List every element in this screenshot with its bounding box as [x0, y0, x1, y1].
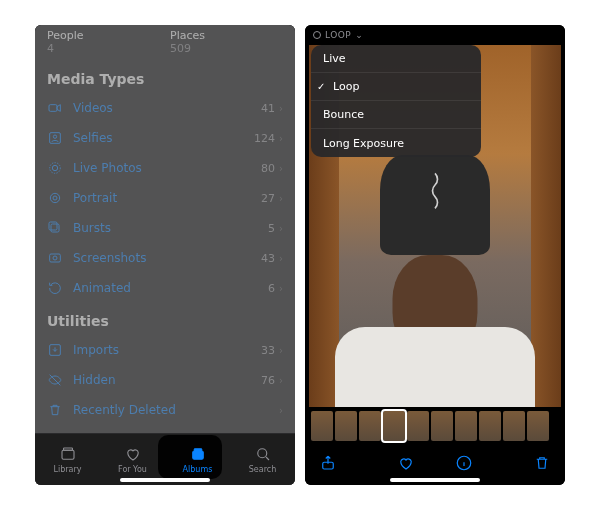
photo-hat-emblem: [425, 170, 445, 210]
svg-rect-12: [62, 450, 74, 459]
checkmark-icon: ✓: [317, 81, 325, 92]
top-albums-strip: People 4 Places 509: [35, 25, 295, 61]
row-count: 43: [261, 252, 275, 265]
tab-bar: Library For You Albums Search: [35, 433, 295, 485]
share-button[interactable]: [319, 454, 337, 476]
livephoto-icon: [47, 160, 63, 176]
svg-rect-7: [51, 224, 59, 232]
menu-label: Bounce: [323, 108, 364, 121]
video-icon: [47, 100, 63, 116]
photo-bg-right: [531, 45, 561, 407]
menu-label: Long Exposure: [323, 137, 404, 150]
row-bursts[interactable]: Bursts 5 ›: [35, 213, 295, 243]
filmstrip-thumb[interactable]: [479, 411, 501, 441]
chevron-right-icon: ›: [279, 345, 283, 356]
row-label: Portrait: [73, 191, 261, 205]
svg-rect-15: [194, 449, 202, 451]
tab-library[interactable]: Library: [38, 445, 98, 474]
screenshot-icon: [47, 250, 63, 266]
effect-selector[interactable]: LOOP ⌄: [305, 25, 565, 45]
row-videos[interactable]: Videos 41 ›: [35, 93, 295, 123]
svg-rect-14: [192, 451, 203, 459]
home-indicator: [120, 478, 210, 482]
tab-label: For You: [118, 465, 147, 474]
menu-label: Live: [323, 52, 345, 65]
album-card-people[interactable]: People 4: [47, 25, 160, 55]
row-selfies[interactable]: Selfies 124 ›: [35, 123, 295, 153]
toolbar-center: [397, 454, 473, 476]
tab-foryou[interactable]: For You: [103, 445, 163, 474]
chevron-down-icon: ⌄: [355, 30, 363, 40]
favorite-button[interactable]: [397, 454, 415, 476]
chevron-right-icon: ›: [279, 133, 283, 144]
menu-item-loop[interactable]: ✓ Loop: [311, 73, 481, 101]
row-count: 6: [268, 282, 275, 295]
album-count: 509: [170, 42, 283, 55]
row-label: Videos: [73, 101, 261, 115]
filmstrip-thumb[interactable]: [311, 411, 333, 441]
search-icon: [254, 445, 272, 463]
live-photo-edit-screen: LOOP ⌄ Live ✓ Loop Bounce Long Exposure: [305, 25, 565, 485]
svg-rect-0: [49, 105, 57, 112]
menu-item-live[interactable]: Live: [311, 45, 481, 73]
row-label: Selfies: [73, 131, 254, 145]
row-animated[interactable]: Animated 6 ›: [35, 273, 295, 303]
row-label: Animated: [73, 281, 268, 295]
chevron-right-icon: ›: [279, 193, 283, 204]
filmstrip-thumb[interactable]: [359, 411, 381, 441]
svg-point-2: [53, 135, 56, 138]
filmstrip-scrubber[interactable]: [305, 407, 565, 445]
svg-point-4: [50, 163, 61, 174]
menu-item-long-exposure[interactable]: Long Exposure: [311, 129, 481, 157]
menu-label: Loop: [333, 80, 359, 93]
svg-rect-8: [49, 222, 57, 230]
row-livephotos[interactable]: Live Photos 80 ›: [35, 153, 295, 183]
chevron-right-icon: ›: [279, 405, 283, 416]
row-count: 41: [261, 102, 275, 115]
row-label: Recently Deleted: [73, 403, 275, 417]
row-count: 76: [261, 374, 275, 387]
filmstrip-thumb-selected[interactable]: [383, 411, 405, 441]
tab-albums[interactable]: Albums: [168, 445, 228, 474]
svg-point-10: [53, 256, 57, 260]
info-button[interactable]: [455, 454, 473, 476]
filmstrip-thumb[interactable]: [407, 411, 429, 441]
row-count: 33: [261, 344, 275, 357]
portrait-icon: [47, 190, 63, 206]
row-portrait[interactable]: Portrait 27 ›: [35, 183, 295, 213]
filmstrip-thumb[interactable]: [527, 411, 549, 441]
menu-item-bounce[interactable]: Bounce: [311, 101, 481, 129]
row-hidden[interactable]: Hidden 76 ›: [35, 365, 295, 395]
svg-point-16: [257, 449, 266, 458]
row-label: Live Photos: [73, 161, 261, 175]
tab-search[interactable]: Search: [233, 445, 293, 474]
svg-point-6: [50, 193, 59, 202]
selfie-icon: [47, 130, 63, 146]
filmstrip-thumb[interactable]: [455, 411, 477, 441]
import-icon: [47, 342, 63, 358]
chevron-right-icon: ›: [279, 163, 283, 174]
section-header-utilities: Utilities: [35, 303, 295, 335]
filmstrip-thumb[interactable]: [335, 411, 357, 441]
tab-label: Search: [249, 465, 276, 474]
chevron-right-icon: ›: [279, 223, 283, 234]
chevron-right-icon: ›: [279, 253, 283, 264]
tab-label: Albums: [183, 465, 213, 474]
home-indicator: [390, 478, 480, 482]
live-photo-content: LOOP ⌄ Live ✓ Loop Bounce Long Exposure: [305, 25, 565, 485]
filmstrip-thumb[interactable]: [431, 411, 453, 441]
delete-button[interactable]: [533, 454, 551, 476]
row-count: 80: [261, 162, 275, 175]
svg-rect-9: [50, 254, 61, 262]
heart-icon: [397, 454, 415, 472]
animated-icon: [47, 280, 63, 296]
album-card-places[interactable]: Places 509: [170, 25, 283, 55]
row-screenshots[interactable]: Screenshots 43 ›: [35, 243, 295, 273]
trash-icon: [533, 454, 551, 472]
filmstrip-thumb[interactable]: [503, 411, 525, 441]
row-imports[interactable]: Imports 33 ›: [35, 335, 295, 365]
chevron-right-icon: ›: [279, 375, 283, 386]
row-recently-deleted[interactable]: Recently Deleted ›: [35, 395, 295, 425]
burst-icon: [47, 220, 63, 236]
albums-icon: [189, 445, 207, 463]
